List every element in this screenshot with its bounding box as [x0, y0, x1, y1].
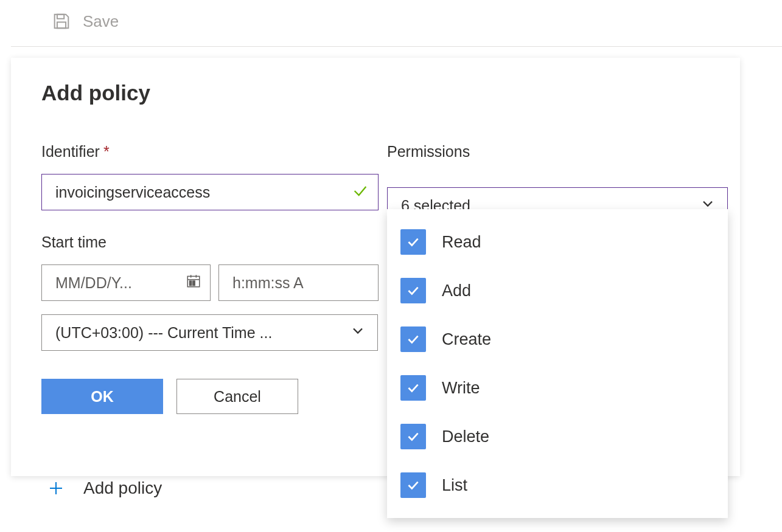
permission-label: Read: [442, 233, 481, 252]
svg-rect-8: [190, 281, 192, 283]
time-placeholder: h:mm:ss A: [232, 274, 304, 292]
toolbar: Save: [0, 0, 782, 46]
checkbox-icon: [400, 375, 426, 401]
permission-option-delete[interactable]: Delete: [387, 412, 728, 461]
timezone-value: (UTC+03:00) --- Current Time ...: [55, 324, 272, 342]
ok-button[interactable]: OK: [41, 379, 163, 414]
divider: [11, 46, 782, 47]
permission-label: List: [442, 476, 467, 495]
timezone-select[interactable]: (UTC+03:00) --- Current Time ...: [41, 314, 378, 351]
svg-rect-11: [193, 283, 195, 285]
checkbox-icon: [400, 278, 426, 303]
checkbox-icon: [400, 424, 426, 449]
panel-title: Add policy: [41, 81, 710, 105]
identifier-label: Identifier: [41, 143, 100, 161]
permission-option-read[interactable]: Read: [387, 218, 728, 266]
calendar-icon: [186, 273, 201, 292]
permission-label: Create: [442, 330, 491, 349]
add-policy-panel: Add policy Identifier* Start time: [11, 58, 740, 476]
permission-option-create[interactable]: Create: [387, 315, 728, 364]
svg-rect-1: [57, 22, 66, 28]
identifier-input[interactable]: [41, 174, 379, 210]
start-time-input[interactable]: h:mm:ss A: [218, 264, 379, 301]
checkbox-icon: [400, 229, 426, 255]
add-policy-link[interactable]: Add policy: [47, 478, 162, 498]
save-button[interactable]: Save: [83, 12, 119, 31]
permission-option-write[interactable]: Write: [387, 364, 728, 412]
permission-label: Write: [442, 379, 480, 398]
permission-option-list[interactable]: List: [387, 461, 728, 510]
svg-rect-10: [190, 283, 192, 285]
add-policy-label: Add policy: [83, 478, 162, 498]
checkbox-icon: [400, 326, 426, 352]
cancel-button[interactable]: Cancel: [176, 379, 298, 414]
start-date-input[interactable]: MM/DD/Y...: [41, 264, 211, 301]
date-placeholder: MM/DD/Y...: [55, 274, 132, 292]
permission-option-add[interactable]: Add: [387, 266, 728, 315]
permission-label: Add: [442, 282, 471, 300]
svg-rect-0: [57, 15, 64, 19]
svg-rect-9: [193, 281, 195, 283]
plus-icon: [47, 479, 65, 497]
permissions-label: Permissions: [387, 143, 470, 161]
start-time-label: Start time: [41, 233, 106, 251]
permission-label: Delete: [442, 427, 489, 446]
permissions-dropdown: ReadAddCreateWriteDeleteList: [387, 209, 728, 518]
save-icon: [51, 11, 72, 32]
required-indicator: *: [103, 143, 110, 160]
checkbox-icon: [400, 472, 426, 498]
check-icon: [352, 182, 369, 202]
chevron-down-icon: [349, 322, 366, 343]
